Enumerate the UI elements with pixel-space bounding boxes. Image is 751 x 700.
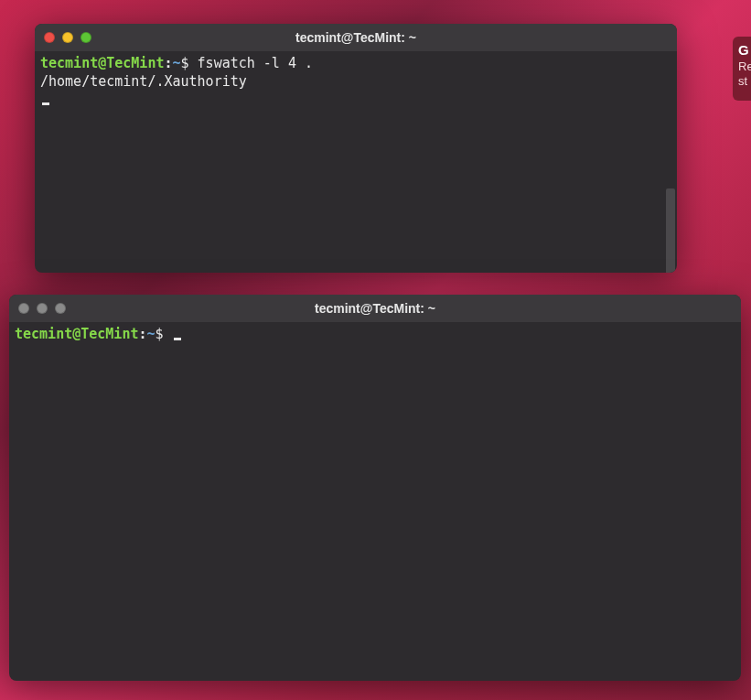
notification-title: G (738, 42, 749, 59)
window-controls (35, 32, 91, 43)
cursor-line (40, 91, 671, 109)
prompt-separator: : (138, 326, 146, 342)
prompt-user-host: tecmint@TecMint (15, 326, 138, 342)
terminal-window-2[interactable]: tecmint@TecMint: ~ tecmint@TecMint:~$ (9, 295, 741, 681)
notification-line: Re (738, 59, 749, 74)
window-title: tecmint@TecMint: ~ (9, 301, 741, 316)
prompt-path: ~ (173, 55, 181, 71)
prompt-path: ~ (147, 326, 156, 342)
maximize-icon[interactable] (55, 303, 66, 314)
window-controls (9, 303, 66, 314)
output-line: /home/tecmint/.Xauthority (40, 73, 671, 92)
minimize-icon[interactable] (62, 32, 73, 43)
scrollbar[interactable] (666, 188, 675, 273)
cursor-icon (42, 102, 49, 105)
window-title: tecmint@TecMint: ~ (35, 30, 677, 45)
prompt-user-host: tecmint@TecMint (40, 55, 164, 71)
titlebar[interactable]: tecmint@TecMint: ~ (35, 24, 677, 51)
minimize-icon[interactable] (37, 303, 48, 314)
titlebar[interactable]: tecmint@TecMint: ~ (9, 295, 741, 322)
notification-line: st (738, 74, 749, 89)
close-icon[interactable] (18, 303, 29, 314)
close-icon[interactable] (44, 32, 55, 43)
command-text: fswatch -l 4 . (198, 55, 313, 71)
prompt-symbol: $ (181, 55, 189, 71)
terminal-body[interactable]: tecmint@TecMint:~$ (9, 322, 741, 681)
cursor-icon (174, 338, 181, 340)
prompt-symbol: $ (156, 326, 164, 342)
prompt-line: tecmint@TecMint:~$ (15, 326, 735, 344)
terminal-window-1[interactable]: tecmint@TecMint: ~ tecmint@TecMint:~$ fs… (35, 24, 677, 273)
desktop-notification[interactable]: G Re st (733, 37, 751, 101)
maximize-icon[interactable] (80, 32, 91, 43)
terminal-body[interactable]: tecmint@TecMint:~$ fswatch -l 4 . /home/… (35, 51, 677, 273)
prompt-line: tecmint@TecMint:~$ fswatch -l 4 . (40, 55, 671, 73)
prompt-separator: : (164, 55, 172, 71)
